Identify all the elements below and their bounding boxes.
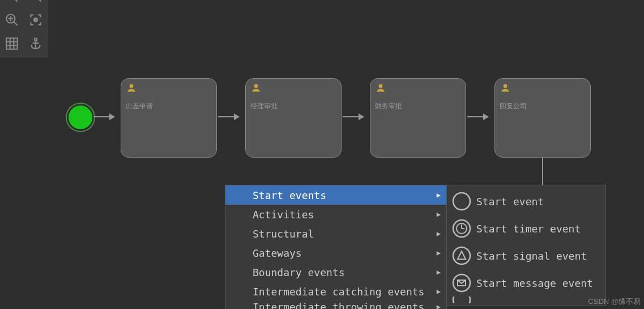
submenu-item-start-message[interactable]: Start message event [447,269,605,297]
submenu-item-start-signal[interactable]: Start signal event [447,242,605,269]
chevron-right-icon: ▶ [437,249,441,257]
submenu-item-more[interactable] [447,297,605,303]
watermark: CSDN @缘不易 [588,297,641,307]
submenu-label: Start event [476,196,544,208]
user-icon [500,82,511,95]
task-node-2[interactable]: 经理审批 [245,78,342,158]
submenu-label: Start signal event [476,250,587,262]
svg-point-2 [379,84,383,88]
menu-label: Gateways [253,247,302,259]
sequence-flow[interactable] [93,116,114,117]
chevron-right-icon: ▶ [437,191,441,199]
start-event-node[interactable] [69,105,92,129]
svg-point-3 [504,84,507,88]
anchor-icon[interactable] [24,32,48,56]
svg-line-5 [14,0,18,2]
submenu-label: Start message event [476,277,593,289]
zoom-out-icon[interactable] [24,0,48,8]
task-label: 出差申请 [126,101,153,111]
menu-item-start-events[interactable]: Start events ▶ [225,185,446,205]
sequence-flow[interactable] [467,116,488,117]
svg-point-15 [34,18,38,22]
sequence-flow[interactable] [343,116,364,117]
chevron-right-icon: ▶ [437,287,441,295]
zoom-fit-icon[interactable] [0,8,24,32]
submenu-item-start-timer[interactable]: Start timer event [447,215,605,242]
task-node-4[interactable]: 回复公司 [494,78,591,158]
circle-icon [451,297,472,303]
svg-point-19 [453,193,470,210]
task-label: 回复公司 [500,101,527,111]
submenu-start-events: Start event Start timer event Start sign… [446,185,606,306]
message-icon [451,273,472,293]
task-node-3[interactable]: 财务审批 [370,78,466,158]
signal-icon [451,245,472,266]
context-menu: Start events ▶ Activities ▶ Structural ▶… [225,185,447,309]
task-label: 经理审批 [250,101,278,111]
submenu-label: Start timer event [476,223,581,235]
user-icon [250,82,262,95]
svg-point-24 [453,247,470,264]
menu-label: Intermediate throwing events [253,301,424,309]
grid-icon[interactable] [0,32,24,56]
menu-label: Structural [253,228,314,240]
svg-point-16 [35,38,37,40]
menu-label: Boundary events [253,266,345,278]
menu-item-structural[interactable]: Structural ▶ [225,224,446,243]
chevron-right-icon: ▶ [437,230,441,238]
svg-point-0 [130,84,134,88]
menu-item-boundary-events[interactable]: Boundary events ▶ [225,263,446,282]
menu-label: Start events [253,189,326,201]
task-node-1[interactable]: 出差申请 [121,78,217,158]
menu-item-intermediate-throwing[interactable]: Intermediate throwing events ▶ [225,301,446,309]
chevron-right-icon: ▶ [437,210,441,218]
user-icon [126,82,137,95]
menu-item-intermediate-catching[interactable]: Intermediate catching events ▶ [225,282,446,301]
chevron-right-icon: ▶ [437,268,441,276]
sequence-flow[interactable] [218,116,239,117]
task-label: 财务审批 [375,101,402,111]
toolbar [0,0,48,58]
menu-item-gateways[interactable]: Gateways ▶ [225,243,446,263]
svg-line-9 [37,0,41,2]
svg-marker-25 [458,251,466,259]
menu-label: Intermediate catching events [253,286,424,298]
user-icon [375,82,386,95]
circle-icon [451,191,472,211]
svg-point-1 [254,84,258,88]
zoom-in-icon[interactable] [0,0,24,8]
svg-line-12 [14,22,18,26]
menu-item-activities[interactable]: Activities ▶ [225,205,446,224]
chevron-right-icon: ▶ [437,303,441,309]
svg-point-28 [453,297,470,303]
menu-label: Activities [253,209,314,221]
timer-icon [451,218,472,239]
focus-icon[interactable] [24,8,48,32]
sequence-flow[interactable] [542,158,543,187]
submenu-item-start-event[interactable]: Start event [447,188,605,215]
